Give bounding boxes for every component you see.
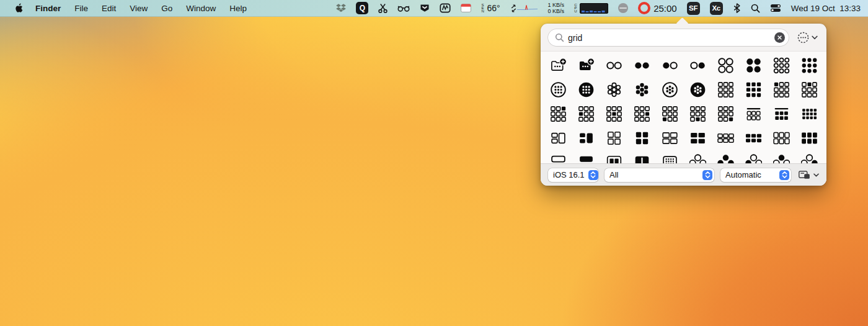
menu-item-help[interactable]: Help: [223, 4, 254, 13]
rendering-dropdown[interactable]: Automatic: [720, 168, 791, 182]
xcode-menu-icon[interactable]: Xc: [710, 2, 723, 15]
net-up: 1 KB/s: [548, 2, 565, 8]
calendar-icon[interactable]: [461, 4, 471, 12]
symbol-square.grid.3x3.middleleft.filled[interactable]: [572, 102, 600, 126]
rendering-value: Automatic: [725, 170, 776, 179]
bluetooth-icon[interactable]: [733, 3, 741, 13]
menu-item-window[interactable]: Window: [179, 4, 223, 13]
symbol-square.grid.3x1.folder.fill.badge.plus[interactable]: [572, 53, 600, 78]
search-icon: [555, 33, 564, 42]
symbol-rectangle.grid.3x2[interactable]: [712, 126, 740, 150]
search-field[interactable]: [548, 29, 789, 46]
category-value: All: [609, 170, 699, 179]
timer-item[interactable]: 25:00: [638, 2, 677, 14]
symbol-circle.grid.2x1.fill[interactable]: [628, 53, 656, 78]
desktop: Finder FileEditViewGoWindowHelp Q: [0, 0, 868, 326]
stepper-icon: [588, 170, 598, 180]
symbol-circle.grid.2x2[interactable]: [712, 53, 740, 78]
symbol-square.grid.3x3.bottomleft.filled[interactable]: [656, 102, 684, 126]
symbol-square.grid.3x3.topmiddle.filled[interactable]: [795, 78, 823, 102]
symbol-circle.grid.3x3.circle[interactable]: [544, 78, 572, 102]
symbol-square.grid.3x1.folder.badge.plus[interactable]: [544, 53, 572, 78]
symbol-circle.grid.2x1.lefthalf.filled[interactable]: [656, 53, 684, 78]
scissors-icon[interactable]: [378, 3, 388, 13]
platform-value: iOS 16.1: [553, 170, 585, 179]
app-menu-finder[interactable]: Finder: [27, 4, 68, 13]
glasses-icon[interactable]: [397, 4, 410, 12]
menu-list: FileEditViewGoWindowHelp: [68, 4, 254, 13]
net-down: 0 KB/s: [548, 8, 565, 14]
symbol-square.grid.3x3.topright.filled[interactable]: [544, 102, 572, 126]
network-sparkline: [517, 4, 538, 12]
symbol-square.grid.3x3[interactable]: [712, 78, 740, 102]
menu-bar: Finder FileEditViewGoWindowHelp Q: [0, 0, 868, 17]
cpu-meter[interactable]: CPU: [574, 3, 608, 14]
symbol-circle.hexagongrid.circle.fill[interactable]: [684, 78, 712, 102]
symbol-rectangle.3.group.fill[interactable]: [572, 126, 600, 150]
menu-bar-left: Finder FileEditViewGoWindowHelp: [0, 3, 254, 13]
platform-dropdown[interactable]: iOS 16.1: [548, 168, 598, 182]
weather-station-label: SEN: [481, 4, 485, 13]
symbol-circle.grid.2x1[interactable]: [600, 53, 628, 78]
symbol-circle.hexagongrid.circle[interactable]: [656, 78, 684, 102]
clear-search-button[interactable]: [774, 32, 785, 43]
q-app-icon[interactable]: Q: [356, 2, 368, 14]
weather-item[interactable]: SEN 66°: [481, 3, 500, 13]
menu-item-edit[interactable]: Edit: [95, 4, 123, 13]
symbol-circle.hexagongrid[interactable]: [600, 78, 628, 102]
symbol-square.grid.2x2[interactable]: [600, 126, 628, 150]
chevron-down-icon: [813, 173, 819, 177]
cpu-label: CPU: [574, 4, 578, 13]
symbol-square.grid.3x3.bottomright.filled[interactable]: [712, 102, 740, 126]
menu-item-view[interactable]: View: [123, 4, 154, 13]
layout-toggle-button[interactable]: [799, 170, 819, 179]
symbol-grid: [541, 51, 826, 166]
symbol-rectangle.grid.2x2.fill[interactable]: [684, 126, 712, 150]
symbol-circle.grid.3x3.fill[interactable]: [795, 53, 823, 78]
symbol-square.grid.3x1.below.line.grid.1x2.fill[interactable]: [768, 102, 795, 126]
control-center-icon[interactable]: [770, 4, 781, 12]
symbol-square.grid.4x3.fill[interactable]: [795, 102, 823, 126]
symbol-square.grid.3x3.middle.filled[interactable]: [600, 102, 628, 126]
menu-clock[interactable]: Wed 19 Oct 13:33: [791, 4, 861, 13]
zigzag-app-icon[interactable]: [440, 3, 451, 13]
spotlight-icon[interactable]: [751, 4, 760, 13]
apple-menu[interactable]: [11, 3, 27, 13]
banner-icon[interactable]: [420, 4, 430, 12]
symbol-circle.grid.2x2.fill[interactable]: [740, 53, 768, 78]
weather-temp: 66°: [487, 3, 500, 13]
symbol-square.grid.3x2.fill[interactable]: [795, 126, 823, 150]
symbol-circle.hexagongrid.fill[interactable]: [628, 78, 656, 102]
timer-value: 25:00: [653, 3, 677, 14]
symbol-square.grid.3x3.middleright.filled[interactable]: [628, 102, 656, 126]
gray-circle-icon[interactable]: [618, 3, 628, 13]
dropbox-icon[interactable]: [336, 4, 346, 12]
network-speeds[interactable]: 1 KB/s 0 KB/s: [548, 2, 565, 14]
popover-arrow: [676, 17, 689, 30]
symbol-square.grid.3x1.below.line.grid.1x2[interactable]: [740, 102, 768, 126]
chevron-down-icon: [812, 35, 818, 40]
symbol-square.grid.2x2.fill[interactable]: [628, 126, 656, 150]
symbol-square.grid.3x3.topleft.filled[interactable]: [768, 78, 795, 102]
stepper-icon: [779, 170, 789, 180]
menu-item-file[interactable]: File: [68, 4, 95, 13]
close-icon: [777, 35, 782, 40]
symbol-circle.grid.3x3[interactable]: [768, 53, 795, 78]
symbol-rectangle.3.group[interactable]: [544, 126, 572, 150]
appearance-options-button[interactable]: [797, 32, 818, 43]
symbol-circle.grid.2x1.righthalf.filled[interactable]: [684, 53, 712, 78]
symbol-square.grid.3x3.bottommiddle.filled[interactable]: [684, 102, 712, 126]
category-dropdown[interactable]: All: [604, 168, 714, 182]
sf-symbols-menu-icon[interactable]: SF: [687, 2, 700, 15]
symbol-circle.grid.3x3.circle.fill[interactable]: [572, 78, 600, 102]
layout-icon: [799, 170, 810, 179]
symbol-rectangle.grid.2x2[interactable]: [656, 126, 684, 150]
symbol-rectangle.grid.3x2.fill[interactable]: [740, 126, 768, 150]
menu-item-go[interactable]: Go: [154, 4, 179, 13]
symbol-square.grid.3x3.fill[interactable]: [740, 78, 768, 102]
network-arrows-icon: [510, 4, 517, 12]
search-row: [548, 29, 820, 46]
search-input[interactable]: [568, 33, 774, 43]
network-graph[interactable]: [510, 4, 538, 12]
symbol-square.grid.3x2[interactable]: [768, 126, 795, 150]
